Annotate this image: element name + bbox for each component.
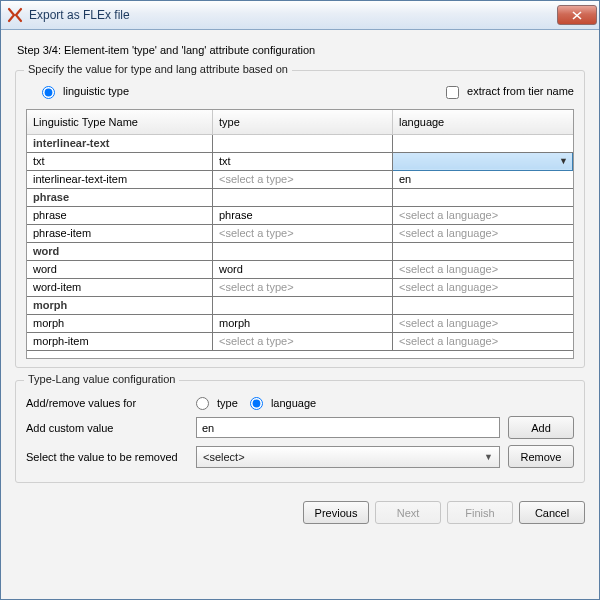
name-cell[interactable]: phrase-item — [27, 224, 212, 242]
language-cell[interactable]: <select a language> — [392, 224, 572, 242]
name-cell[interactable]: morph-item — [27, 332, 212, 350]
language-cell[interactable]: <select a language> — [392, 260, 572, 278]
name-cell[interactable]: morph — [27, 314, 212, 332]
type-cell[interactable]: <select a type> — [212, 332, 392, 350]
type-cell[interactable]: morph — [212, 314, 392, 332]
titlebar: Export as FLEx file — [1, 1, 599, 30]
group-cell-empty — [212, 296, 392, 314]
wizard-footer: Previous Next Finish Cancel — [15, 495, 585, 526]
group-cell: morph — [27, 296, 212, 314]
name-cell[interactable]: phrase — [27, 206, 212, 224]
addremove-label: Add/remove values for — [26, 397, 196, 409]
col-header-name[interactable]: Linguistic Type Name — [27, 110, 212, 135]
group-cell-empty — [392, 296, 572, 314]
type-cell[interactable]: <select a type> — [212, 278, 392, 296]
remove-button[interactable]: Remove — [508, 445, 574, 468]
group-cell: interlinear-text — [27, 134, 212, 152]
name-cell[interactable]: word — [27, 260, 212, 278]
chevron-down-icon: ▼ — [484, 452, 493, 462]
group-cell-empty — [212, 242, 392, 260]
remove-value-select[interactable]: <select> ▼ — [196, 446, 500, 468]
group-cell-empty — [392, 134, 572, 152]
type-cell[interactable]: phrase — [212, 206, 392, 224]
type-cell[interactable]: <select a type> — [212, 170, 392, 188]
name-cell[interactable]: txt — [27, 152, 212, 170]
radio-language[interactable]: language — [250, 397, 316, 411]
name-cell[interactable]: word-item — [27, 278, 212, 296]
add-button[interactable]: Add — [508, 416, 574, 439]
language-cell[interactable]: <select a language> — [392, 278, 572, 296]
checkbox-extract-tier-input[interactable] — [446, 86, 459, 99]
radio-type[interactable]: type — [196, 397, 238, 411]
remove-value-row: Select the value to be removed <select> … — [26, 445, 574, 468]
cancel-button[interactable]: Cancel — [519, 501, 585, 524]
group-cell-empty — [212, 134, 392, 152]
type-lang-config-group: Type-Lang value configuration Add/remove… — [15, 380, 585, 484]
type-cell[interactable]: <select a type> — [212, 224, 392, 242]
radio-type-label: type — [217, 397, 238, 409]
name-cell[interactable]: interlinear-text-item — [27, 170, 212, 188]
radio-language-input[interactable] — [250, 397, 263, 410]
col-header-type[interactable]: type — [212, 110, 392, 135]
finish-button[interactable]: Finish — [447, 501, 513, 524]
radio-linguistic-type[interactable]: linguistic type — [42, 85, 129, 99]
type-lang-config-legend: Type-Lang value configuration — [24, 373, 179, 385]
group-cell: word — [27, 242, 212, 260]
basis-row: linguistic type extract from tier name — [42, 85, 574, 99]
group-cell-empty — [212, 188, 392, 206]
radio-linguistic-type-label: linguistic type — [63, 85, 129, 97]
language-cell[interactable]: en — [392, 170, 572, 188]
group-cell: phrase — [27, 188, 212, 206]
attribute-basis-group: Specify the value for type and lang attr… — [15, 70, 585, 368]
dialog-window: Export as FLEx file Step 3/4: Element-it… — [0, 0, 600, 600]
chevron-down-icon: ▼ — [559, 156, 568, 166]
app-icon — [7, 7, 23, 23]
checkbox-extract-tier[interactable]: extract from tier name — [446, 85, 574, 99]
type-cell[interactable]: word — [212, 260, 392, 278]
group-cell-empty — [392, 188, 572, 206]
language-cell[interactable]: <select a language> — [392, 314, 572, 332]
custom-value-label: Add custom value — [26, 422, 196, 434]
addremove-row: Add/remove values for type language — [26, 397, 574, 411]
col-header-lang[interactable]: language — [392, 110, 572, 135]
close-icon — [572, 11, 582, 20]
remove-value-label: Select the value to be removed — [26, 451, 196, 463]
attribute-basis-legend: Specify the value for type and lang attr… — [24, 63, 292, 75]
step-label: Step 3/4: Element-item 'type' and 'lang'… — [17, 44, 585, 56]
dialog-body: Step 3/4: Element-item 'type' and 'lang'… — [1, 30, 599, 599]
language-cell[interactable]: ▼ — [392, 152, 572, 170]
next-button[interactable]: Next — [375, 501, 441, 524]
close-button[interactable] — [557, 5, 597, 25]
remove-value-selected: <select> — [203, 451, 245, 463]
previous-button[interactable]: Previous — [303, 501, 369, 524]
checkbox-extract-tier-label: extract from tier name — [467, 85, 574, 97]
radio-linguistic-type-input[interactable] — [42, 86, 55, 99]
window-title: Export as FLEx file — [29, 8, 557, 22]
custom-value-row: Add custom value Add — [26, 416, 574, 439]
group-cell-empty — [392, 242, 572, 260]
type-cell[interactable]: txt — [212, 152, 392, 170]
custom-value-input[interactable] — [196, 417, 500, 438]
radio-language-label: language — [271, 397, 316, 409]
language-cell[interactable]: <select a language> — [392, 206, 572, 224]
language-cell[interactable]: <select a language> — [392, 332, 572, 350]
radio-type-input[interactable] — [196, 397, 209, 410]
table-empty-area — [27, 351, 573, 359]
type-lang-table[interactable]: Linguistic Type Name type language inter… — [26, 109, 574, 359]
